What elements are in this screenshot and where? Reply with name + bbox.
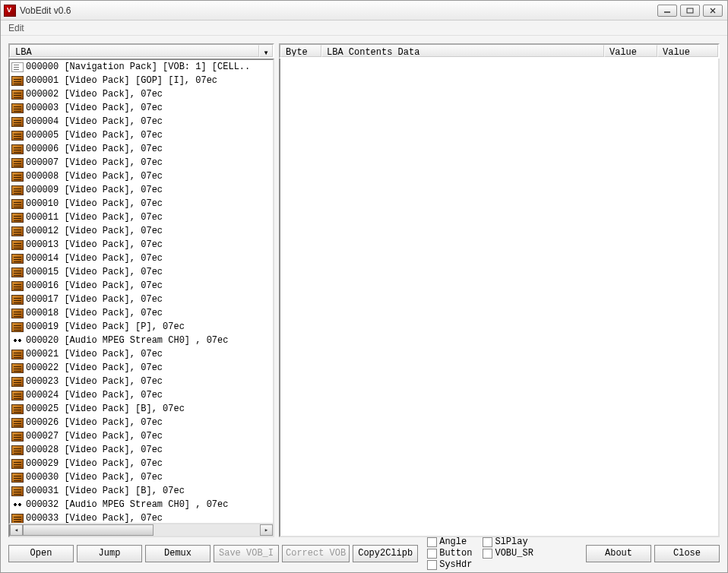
list-item-label: 000001 [Video Pack] [GOP] [I], 07ec bbox=[26, 75, 217, 86]
audio-stream-icon bbox=[11, 336, 24, 346]
correct-vob-button[interactable]: Correct VOB bbox=[282, 545, 350, 562]
list-item[interactable]: 000000 [Navigation Pack] [VOB: 1] [CELL.… bbox=[10, 60, 274, 74]
checkbox-syshdr[interactable]: SysHdr bbox=[427, 559, 472, 570]
scroll-track[interactable] bbox=[23, 524, 260, 536]
column-lba[interactable]: LBA bbox=[10, 45, 259, 57]
demux-button[interactable]: Demux bbox=[145, 545, 210, 562]
list-item[interactable]: 000009 [Video Pack], 07ec bbox=[10, 183, 274, 197]
list-item[interactable]: 000016 [Video Pack], 07ec bbox=[10, 279, 274, 293]
checkbox-icon[interactable] bbox=[483, 549, 492, 559]
minimize-button[interactable] bbox=[657, 5, 677, 17]
list-item[interactable]: 000029 [Video Pack], 07ec bbox=[10, 457, 274, 470]
video-pack-icon bbox=[11, 309, 24, 318]
list-item[interactable]: 000006 [Video Pack], 07ec bbox=[10, 142, 274, 156]
video-pack-icon bbox=[11, 117, 24, 127]
list-item-label: 000017 [Video Pack], 07ec bbox=[26, 294, 163, 305]
contents-list[interactable] bbox=[279, 59, 720, 537]
lba-list[interactable]: 000000 [Navigation Pack] [VOB: 1] [CELL.… bbox=[8, 59, 274, 524]
list-item[interactable]: 000027 [Video Pack], 07ec bbox=[10, 429, 274, 443]
save-vob-i-button[interactable]: Save VOB_I bbox=[214, 545, 279, 562]
list-item[interactable]: 000020 [Audio MPEG Stream CH0] , 07ec bbox=[10, 334, 274, 347]
video-pack-icon bbox=[11, 199, 24, 209]
list-item-label: 000021 [Video Pack], 07ec bbox=[26, 349, 163, 359]
list-item-label: 000007 [Video Pack], 07ec bbox=[26, 157, 163, 168]
list-item-label: 000019 [Video Pack] [P], 07ec bbox=[26, 321, 185, 332]
horizontal-scrollbar[interactable]: ◂ ▸ bbox=[8, 524, 274, 537]
column-value-2[interactable]: Value bbox=[657, 45, 718, 57]
list-item[interactable]: 000010 [Video Pack], 07ec bbox=[10, 197, 274, 211]
jump-button[interactable]: Jump bbox=[77, 545, 142, 562]
bottom-bar: Open Jump Demux Save VOB_I Correct VOB C… bbox=[1, 537, 727, 572]
list-item[interactable]: 000021 [Video Pack], 07ec bbox=[10, 347, 274, 361]
header-dropdown-icon[interactable]: ▾ bbox=[259, 45, 273, 57]
list-item-label: 000013 [Video Pack], 07ec bbox=[26, 239, 163, 250]
checkbox-angle[interactable]: Angle bbox=[427, 537, 472, 547]
list-item-label: 000026 [Video Pack], 07ec bbox=[26, 417, 163, 428]
list-item-label: 000005 [Video Pack], 07ec bbox=[26, 130, 163, 141]
list-item[interactable]: 000007 [Video Pack], 07ec bbox=[10, 156, 274, 169]
list-item-label: 000023 [Video Pack], 07ec bbox=[26, 376, 163, 387]
list-item[interactable]: 000003 [Video Pack], 07ec bbox=[10, 101, 274, 115]
list-item[interactable]: 000032 [Audio MPEG Stream CH0] , 07ec bbox=[10, 498, 274, 511]
list-item[interactable]: 000008 [Video Pack], 07ec bbox=[10, 169, 274, 183]
list-item[interactable]: 000025 [Video Pack] [B], 07ec bbox=[10, 402, 274, 416]
list-item[interactable]: 000030 [Video Pack], 07ec bbox=[10, 470, 274, 484]
checkbox-button[interactable]: Button bbox=[427, 548, 472, 559]
menu-edit[interactable]: Edit bbox=[5, 22, 27, 34]
app-icon bbox=[4, 5, 16, 17]
scroll-right-button[interactable]: ▸ bbox=[260, 524, 273, 536]
list-item[interactable]: 000024 [Video Pack], 07ec bbox=[10, 388, 274, 402]
list-item-label: 000016 [Video Pack], 07ec bbox=[26, 280, 163, 291]
scroll-thumb[interactable] bbox=[23, 524, 154, 536]
column-byte[interactable]: Byte bbox=[280, 45, 321, 57]
list-item[interactable]: 000023 [Video Pack], 07ec bbox=[10, 375, 274, 388]
checkbox-vobu-sr[interactable]: VOBU_SR bbox=[483, 548, 533, 559]
checkbox-icon[interactable] bbox=[427, 549, 437, 559]
copy2clipb-button[interactable]: Copy2Clipb bbox=[353, 545, 418, 562]
scroll-left-button[interactable]: ◂ bbox=[10, 524, 23, 536]
list-item[interactable]: 000022 [Video Pack], 07ec bbox=[10, 361, 274, 375]
about-button[interactable]: About bbox=[586, 545, 651, 562]
open-button[interactable]: Open bbox=[8, 545, 74, 562]
checkbox-icon[interactable] bbox=[427, 537, 437, 547]
list-item[interactable]: 000031 [Video Pack] [B], 07ec bbox=[10, 484, 274, 498]
list-item[interactable]: 000004 [Video Pack], 07ec bbox=[10, 115, 274, 128]
list-item[interactable]: 000017 [Video Pack], 07ec bbox=[10, 293, 274, 306]
close-button[interactable]: Close bbox=[654, 545, 720, 562]
svg-rect-1 bbox=[687, 8, 693, 13]
close-window-button[interactable] bbox=[703, 5, 723, 17]
title-bar[interactable]: VobEdit v0.6 bbox=[1, 1, 727, 21]
video-pack-icon bbox=[11, 473, 24, 483]
list-item[interactable]: 000033 [Video Pack], 07ec bbox=[10, 511, 274, 524]
list-item[interactable]: 000015 [Video Pack], 07ec bbox=[10, 265, 274, 279]
checkbox-icon[interactable] bbox=[427, 560, 437, 570]
menu-bar: Edit bbox=[1, 21, 727, 36]
checkbox-icon[interactable] bbox=[483, 537, 492, 547]
list-item[interactable]: 000002 [Video Pack], 07ec bbox=[10, 87, 274, 101]
list-item[interactable]: 000001 [Video Pack] [GOP] [I], 07ec bbox=[10, 74, 274, 87]
list-item[interactable]: 000014 [Video Pack], 07ec bbox=[10, 252, 274, 265]
video-pack-icon bbox=[11, 185, 24, 195]
list-item[interactable]: 000012 [Video Pack], 07ec bbox=[10, 224, 274, 238]
list-item[interactable]: 000018 [Video Pack], 07ec bbox=[10, 306, 274, 320]
list-item[interactable]: 000019 [Video Pack] [P], 07ec bbox=[10, 320, 274, 334]
list-item[interactable]: 000013 [Video Pack], 07ec bbox=[10, 238, 274, 252]
list-item-label: 000004 [Video Pack], 07ec bbox=[26, 116, 163, 127]
video-pack-icon bbox=[11, 254, 24, 264]
video-pack-icon bbox=[11, 281, 24, 291]
list-item[interactable]: 000028 [Video Pack], 07ec bbox=[10, 443, 274, 457]
list-item-label: 000032 [Audio MPEG Stream CH0] , 07ec bbox=[26, 499, 228, 510]
list-item[interactable]: 000011 [Video Pack], 07ec bbox=[10, 211, 274, 224]
column-value-1[interactable]: Value bbox=[604, 45, 657, 57]
maximize-button[interactable] bbox=[680, 5, 700, 17]
list-item-label: 000018 [Video Pack], 07ec bbox=[26, 308, 163, 318]
column-contents[interactable]: LBA Contents Data bbox=[321, 45, 604, 57]
video-pack-icon bbox=[11, 295, 24, 305]
list-item-label: 000012 [Video Pack], 07ec bbox=[26, 226, 163, 236]
checkbox-slplay[interactable]: SlPlay bbox=[483, 537, 533, 547]
list-item[interactable]: 000026 [Video Pack], 07ec bbox=[10, 416, 274, 429]
video-pack-icon bbox=[11, 213, 24, 223]
list-item-label: 000025 [Video Pack] [B], 07ec bbox=[26, 404, 185, 414]
right-panel: Byte LBA Contents Data Value Value bbox=[279, 43, 720, 537]
list-item[interactable]: 000005 [Video Pack], 07ec bbox=[10, 128, 274, 142]
